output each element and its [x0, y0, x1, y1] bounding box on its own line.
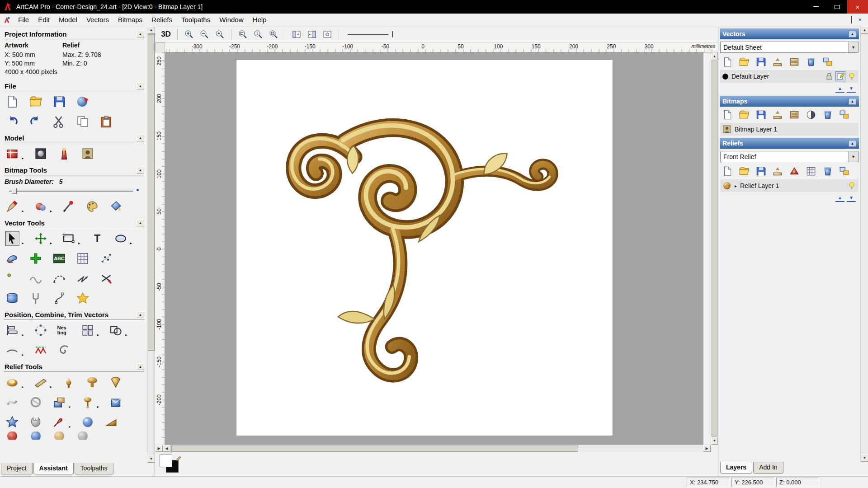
star-relief-icon[interactable] — [5, 415, 19, 429]
block-copy-icon[interactable] — [81, 324, 94, 337]
scroll-right-button[interactable]: ▶ — [703, 445, 711, 452]
relief-grid-icon[interactable] — [806, 166, 816, 177]
paste-relief-icon[interactable] — [81, 395, 94, 409]
relief-layer-up-icon[interactable] — [772, 166, 783, 177]
menu-item-reliefs[interactable]: Reliefs — [147, 14, 177, 25]
scrollbar-thumb[interactable] — [148, 34, 155, 351]
slider-thumb[interactable] — [12, 188, 17, 194]
flyout-arrow-icon[interactable]: ▸ — [50, 209, 52, 213]
dropdown-arrow-icon[interactable]: ▼ — [848, 42, 858, 52]
toggle-preview-pane-icon[interactable] — [321, 28, 334, 41]
bitmap-contrast-icon[interactable] — [806, 109, 816, 120]
lighthouse-preview-icon[interactable] — [57, 147, 71, 160]
palette-icon[interactable] — [85, 200, 99, 213]
primary-colour-swatch[interactable] — [160, 455, 172, 467]
set-model-size-icon[interactable] — [5, 147, 19, 160]
canvas-vertical-scrollbar[interactable]: ▲ ▼ — [711, 52, 718, 445]
layer-up-button[interactable]: ▲ — [835, 85, 844, 93]
collapse-section-button[interactable]: ▲ — [137, 363, 144, 370]
bitmap-merge-icon[interactable] — [839, 109, 850, 120]
layers-panel-scrollbar[interactable]: ▲ ▼ — [860, 26, 868, 462]
mdi-close-button[interactable]: × — [858, 16, 862, 23]
canvas-viewport[interactable] — [165, 52, 703, 445]
mushroom-relief-icon[interactable] — [85, 375, 99, 389]
scroll-up-button[interactable]: ▲ — [147, 26, 155, 34]
flyout-arrow-icon[interactable]: ▸ — [130, 241, 132, 245]
bezier-curve-icon[interactable] — [52, 272, 66, 285]
nesting-icon[interactable]: Nes ting — [57, 324, 71, 337]
mdi-restore-button[interactable] — [851, 16, 852, 23]
cut-icon[interactable] — [52, 115, 66, 128]
vector-text-table-icon[interactable]: ABC — [52, 252, 66, 265]
tuning-fork-icon[interactable] — [29, 291, 42, 305]
calculate-relief-icon[interactable] — [789, 166, 800, 177]
scroll-down-button[interactable]: ▼ — [861, 454, 868, 462]
zoom-one-to-one-icon[interactable]: 1 — [252, 28, 264, 41]
scroll-up-button[interactable]: ▲ — [711, 52, 718, 60]
relief-visibility-bulb-icon[interactable] — [847, 181, 856, 190]
zoom-out-icon[interactable] — [198, 28, 211, 41]
node-tool-icon[interactable] — [52, 291, 66, 305]
bitmap-levels-icon[interactable] — [789, 109, 800, 120]
slider-track[interactable] — [9, 191, 133, 192]
swirl-relief-icon[interactable] — [52, 432, 66, 440]
collapse-section-button[interactable]: ▲ — [849, 98, 856, 105]
wave-curve-icon[interactable] — [29, 272, 42, 285]
relief-delete-icon[interactable] — [822, 166, 833, 177]
paint-brush-icon[interactable] — [5, 200, 19, 213]
save-relief-layer-icon[interactable] — [755, 166, 766, 177]
zoom-fit-page-icon[interactable] — [267, 28, 280, 41]
vector-layer-row[interactable]: Default Layer — [720, 70, 859, 83]
distort-vectors-icon[interactable] — [34, 343, 47, 357]
flyout-arrow-icon[interactable]: ▸ — [22, 241, 24, 245]
flyout-arrow-icon[interactable]: ▸ — [78, 241, 80, 245]
align-vectors-icon[interactable] — [5, 324, 19, 337]
bitmap-layer-row[interactable]: Bitmap Layer 1 — [720, 123, 859, 136]
menu-item-edit[interactable]: Edit — [33, 14, 54, 25]
tab-add-in[interactable]: Add In — [753, 462, 783, 474]
assistant-panel-scrollbar[interactable]: ▲ ▼ — [147, 26, 155, 463]
paint-relief-icon[interactable] — [52, 415, 66, 429]
collapse-section-button[interactable]: ▲ — [849, 140, 856, 147]
model-page[interactable] — [236, 59, 613, 436]
relief-layer-row[interactable]: ▸ Relief Layer 1 — [720, 179, 859, 192]
create-ellipse-icon[interactable] — [114, 232, 127, 245]
flyout-arrow-icon[interactable]: ▸ — [22, 385, 24, 389]
toggle-left-pane-icon[interactable] — [290, 28, 303, 41]
zoom-objects-icon[interactable] — [213, 28, 226, 41]
collapse-section-button[interactable]: ▲ — [137, 220, 144, 226]
canvas-horizontal-scrollbar[interactable]: ▶ ◀ ▶ — [155, 445, 711, 452]
select-vectors-icon[interactable] — [5, 232, 19, 245]
copy-icon[interactable] — [76, 115, 90, 128]
flyout-arrow-icon[interactable]: ▸ — [69, 424, 71, 429]
scrollbar-thumb[interactable] — [171, 446, 578, 452]
collapse-section-button[interactable]: ▲ — [137, 83, 144, 89]
switch-3d-view-button[interactable]: 3D — [160, 28, 172, 41]
new-model-icon[interactable] — [5, 95, 19, 108]
zoom-window-icon[interactable] — [236, 28, 249, 41]
save-model-icon[interactable] — [52, 95, 66, 108]
menu-item-bitmaps[interactable]: Bitmaps — [113, 14, 147, 25]
open-model-icon[interactable] — [29, 95, 42, 108]
transform-vectors-icon[interactable] — [34, 232, 47, 245]
undo-icon[interactable] — [5, 115, 19, 128]
open-vector-layer-icon[interactable] — [739, 56, 750, 67]
envelope-relief-icon[interactable] — [109, 395, 123, 409]
new-vector-layer-icon[interactable] — [722, 56, 733, 67]
flyout-arrow-icon[interactable]: ▸ — [22, 352, 24, 357]
save-vector-layer-icon[interactable] — [755, 56, 766, 67]
edit-layer-icon[interactable] — [836, 72, 845, 81]
flyout-arrow-icon[interactable]: ▸ — [97, 404, 99, 409]
minimize-button[interactable] — [806, 0, 826, 14]
fan-relief-icon[interactable] — [109, 375, 123, 389]
sphere-relief-icon[interactable] — [81, 415, 94, 429]
adjust-model-icon[interactable] — [34, 147, 47, 160]
flyout-arrow-icon[interactable]: ▸ — [22, 333, 24, 337]
relief-merge-icon[interactable] — [839, 166, 850, 177]
weld-vectors-icon[interactable] — [109, 324, 123, 337]
arc-fit-icon[interactable] — [5, 343, 19, 357]
merge-visible-icon[interactable] — [789, 56, 800, 67]
layer-visibility-bulb-icon[interactable] — [847, 72, 856, 81]
tab-layers[interactable]: Layers — [720, 462, 752, 474]
scroll-down-button[interactable]: ▼ — [147, 455, 155, 463]
